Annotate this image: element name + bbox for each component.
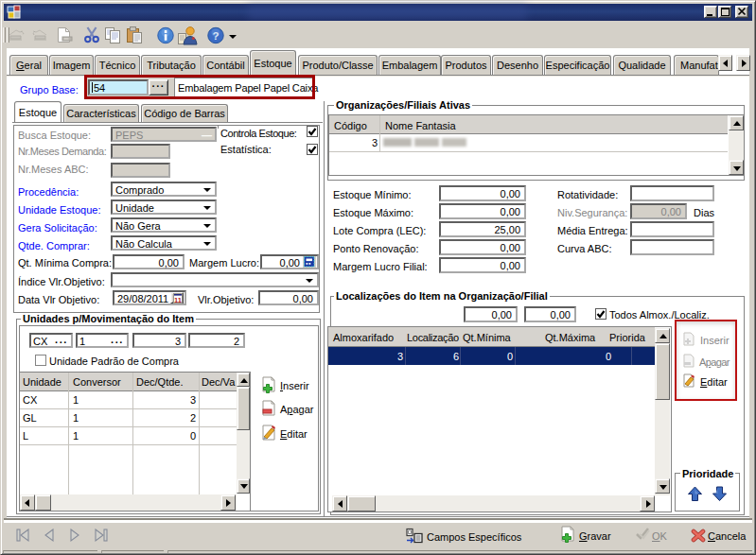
svg-text:11: 11	[174, 296, 182, 304]
svg-text:?: ?	[212, 30, 219, 42]
